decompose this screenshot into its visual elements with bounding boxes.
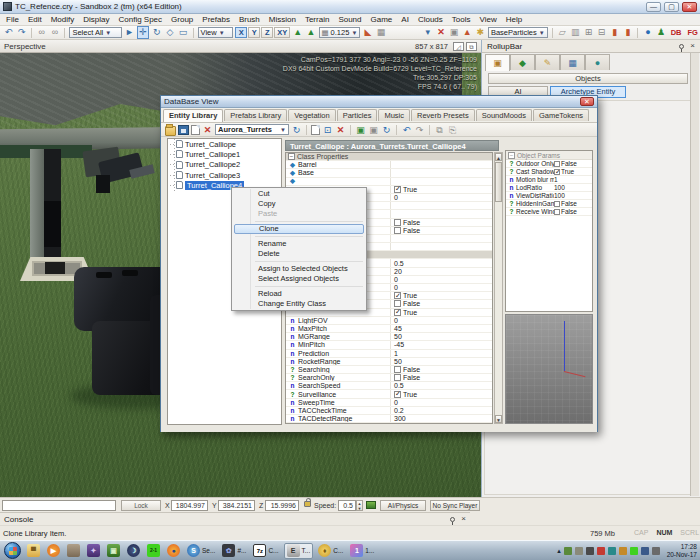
db-tab-music[interactable]: Music [378, 109, 410, 121]
collapse-icon[interactable]: − [288, 153, 295, 160]
speed-value[interactable]: 0.5 [338, 500, 356, 511]
checkbox-checked[interactable] [554, 169, 560, 175]
axis-xy-button[interactable]: XY [274, 27, 290, 38]
follow-combo-arrow[interactable]: ▾ [422, 27, 433, 38]
character-icon[interactable]: ♟ [656, 27, 667, 38]
property-row[interactable]: ◆ [286, 178, 492, 186]
scroll-up-icon[interactable]: ▲ [495, 153, 502, 161]
link-icon[interactable]: ∞ [36, 27, 47, 38]
checkbox-unchecked[interactable] [554, 161, 560, 167]
menu-terrain[interactable]: Terrain [305, 15, 329, 24]
db-tab-entity-library[interactable]: Entity Library [163, 109, 223, 122]
menu-mission[interactable]: Mission [269, 15, 296, 24]
close-button[interactable]: ✕ [682, 2, 697, 12]
checkbox-unchecked[interactable] [554, 209, 560, 215]
tray-icon-6[interactable] [619, 547, 627, 555]
checkbox-unchecked[interactable] [554, 201, 560, 207]
tray-icon-8[interactable] [641, 547, 649, 555]
layout-config-icon[interactable]: ⧉ [466, 42, 477, 51]
db-tab-vegetation[interactable]: Vegetation [288, 109, 335, 121]
taskbar-button-app-brown[interactable] [65, 543, 82, 559]
object-param-row[interactable]: ?HiddenInGameFalse [506, 200, 592, 208]
move-tool-icon[interactable]: ✛ [137, 26, 149, 39]
assign-item-icon[interactable]: ▣ [355, 124, 366, 136]
menu-group[interactable]: Group [171, 15, 193, 24]
taskbar-button-app-swirl[interactable]: SSe... [185, 543, 217, 559]
objects-tab-icon[interactable]: ▣ [485, 54, 510, 71]
database-view-button[interactable]: DB [669, 28, 684, 37]
taskbar-button-explorer[interactable]: ▀ [25, 543, 42, 559]
tree-item[interactable]: Turret_Calliope2 [168, 160, 281, 170]
pin-icon[interactable] [679, 44, 684, 49]
layers-tab-icon[interactable]: ● [585, 54, 610, 70]
reload-library-icon[interactable]: ↻ [291, 124, 302, 136]
get-properties-icon[interactable]: ▣ [368, 124, 379, 136]
taskbar-button-discord[interactable]: ✿#... [220, 543, 248, 559]
menu-tools[interactable]: Tools [452, 15, 471, 24]
checkbox-unchecked[interactable] [394, 227, 401, 234]
menu-game[interactable]: Game [371, 15, 393, 24]
checkbox-checked[interactable] [394, 292, 401, 299]
menu-brush[interactable]: Brush [239, 15, 260, 24]
property-row[interactable]: nSweepTime0 [286, 399, 492, 407]
reload-item-icon[interactable]: ↻ [381, 124, 392, 136]
ai-physics-button[interactable]: AI/Physics [380, 500, 426, 511]
menu-file[interactable]: File [6, 15, 19, 24]
cube-icon[interactable]: ▦ [375, 27, 386, 38]
axis-z-button[interactable]: Z [261, 27, 273, 38]
clone-item-icon[interactable]: ⊡ [322, 124, 333, 136]
object-param-row[interactable]: ?Cast ShadowTrue [506, 168, 592, 176]
db-tab-prefabs-library[interactable]: Prefabs Library [224, 109, 287, 121]
terrain-tab-icon[interactable]: ◆ [510, 54, 535, 70]
pipe-icon[interactable]: ▣ [448, 27, 459, 38]
entity-preview[interactable] [505, 314, 593, 424]
checkbox-unchecked[interactable] [394, 366, 401, 373]
aspect-ratio-icon[interactable]: ◿ [453, 42, 464, 51]
context-menu-item-delete[interactable]: Delete [234, 249, 364, 259]
start-button[interactable] [4, 542, 21, 559]
property-group-row[interactable]: −Class Properties [286, 153, 492, 161]
db-tab-reverb-presets[interactable]: Reverb Presets [411, 109, 475, 121]
remove-library-icon[interactable]: ✕ [202, 124, 213, 136]
dialog-close-button[interactable]: ✕ [580, 97, 594, 106]
taskbar-button-paint[interactable]: 11... [348, 543, 376, 559]
texture-tab-icon[interactable]: ▦ [560, 54, 585, 70]
context-menu-item-assign-to-selected-objects[interactable]: Assign to Selected Objects [234, 264, 364, 274]
db-tab-gametokens[interactable]: GameTokens [533, 109, 589, 121]
checkbox-checked[interactable] [394, 186, 401, 193]
add-library-icon[interactable] [191, 125, 200, 135]
property-row[interactable]: nRocketRange50 [286, 358, 492, 366]
scale-tool-icon[interactable]: ◇ [164, 27, 175, 38]
property-row[interactable]: nMaxPitch45 [286, 325, 492, 333]
menu-ai[interactable]: AI [401, 15, 409, 24]
globe-icon[interactable]: ● [642, 27, 653, 38]
checkbox-unchecked[interactable] [394, 374, 401, 381]
layout-icon-4[interactable]: ⊟ [596, 27, 607, 38]
lock-icon[interactable] [304, 501, 311, 507]
gear-icon[interactable]: ✱ [475, 27, 486, 38]
delete-object-icon[interactable]: ✕ [435, 27, 446, 38]
undo-button[interactable]: ↶ [3, 27, 14, 38]
layout-icon-2[interactable]: ▥ [570, 27, 581, 38]
property-row[interactable]: nTACDetectRange300 [286, 415, 492, 423]
scroll-thumb[interactable] [495, 162, 502, 202]
context-menu-item-change-entity-class[interactable]: Change Entity Class [234, 299, 364, 309]
checkbox-unchecked[interactable] [394, 219, 401, 226]
checkbox-checked[interactable] [394, 391, 401, 398]
collapse-icon[interactable]: − [508, 152, 515, 159]
terrain-texture-icon[interactable]: ▲ [305, 27, 316, 38]
axis-x-button[interactable]: X [235, 27, 247, 38]
layout-icon-3[interactable]: ⊞ [583, 27, 594, 38]
context-menu-item-select-assigned-objects[interactable]: Select Assigned Objects [234, 274, 364, 284]
angle-snap-icon[interactable]: ◣ [362, 27, 373, 38]
menu-config-spec[interactable]: Config Spec [118, 15, 162, 24]
property-row[interactable]: nMinPitch-45 [286, 341, 492, 349]
tray-icon-3[interactable] [586, 547, 594, 555]
menu-edit[interactable]: Edit [28, 15, 42, 24]
property-row[interactable]: ?SearchOnlyFalse [286, 374, 492, 382]
select-all-combo[interactable]: Select All▼ [69, 27, 121, 38]
rollup-scrollbar[interactable] [690, 53, 699, 496]
context-menu-item-rename[interactable]: Rename [234, 239, 364, 249]
properties-scrollbar[interactable]: ▲ ▼ [494, 152, 503, 424]
copy-icon[interactable]: ⧉ [434, 124, 445, 136]
